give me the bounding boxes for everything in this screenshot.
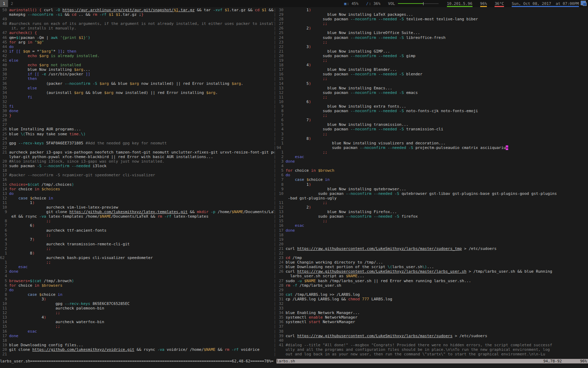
code-line: 38 — [276, 329, 588, 334]
vim-window-left[interactable]: 50aurinstall() { curl -O https://aur.arc… — [0, 8, 274, 359]
line-number: 18 — [0, 338, 9, 343]
code-line: 29} — [0, 113, 274, 118]
memory-module: ▣: 45% — [344, 0, 358, 7]
code-text: ully and all the programs and configurat… — [286, 347, 550, 352]
code-line: 25blue Downloading next portion of the s… — [276, 265, 588, 269]
code-text: curl https://raw.githubusercontent.com/L… — [286, 334, 487, 338]
code-text: ;; — [9, 233, 51, 237]
code-line: 35systemctl enable NetworkManager — [276, 315, 588, 320]
workspace-1[interactable]: 1 — [0, 0, 8, 7]
code-text: browsers=$(cat /tmp/.browch) — [9, 279, 74, 283]
line-number: 28 — [0, 118, 9, 122]
code-line: 20#Also installing i3lock, since i3-gaps… — [0, 159, 274, 164]
code-line: 3done — [0, 269, 274, 274]
code-text: } — [9, 113, 12, 118]
code-text: sudo -u $NAME bash /tmp/larbs_user.sh ||… — [286, 279, 471, 283]
code-text: git clone https://github.com/lukesmithxy… — [9, 210, 274, 214]
time-value: at 07:00PM — [556, 1, 579, 6]
vim-window-right[interactable]: 30 1)29 blue Now installing LaTeX packag… — [276, 8, 588, 359]
code-line: 5browsers=$(cat /tmp/.browch) — [0, 279, 274, 283]
code-text: echo $arg is already installed. — [9, 54, 99, 58]
code-line: 8 ;; — [0, 219, 274, 223]
code-text: for choice in $choices — [9, 187, 60, 191]
code-text: systemctl enable NetworkManager — [286, 315, 357, 320]
line-number: 22 — [276, 251, 286, 255]
line-number: 4 — [0, 274, 9, 278]
line-number: 26 — [276, 26, 286, 30]
code-line: 39curl https://raw.githubusercontent.com… — [276, 334, 588, 338]
line-number: 13 — [0, 191, 9, 196]
line-number: 94 — [276, 145, 286, 150]
line-number: 40 — [0, 63, 9, 67]
volume-level-bar — [398, 3, 423, 4]
code-text: ;; — [286, 95, 327, 100]
line-number: 22 — [0, 145, 9, 150]
code-line: 1 ;; — [276, 150, 588, 155]
code-line: 12 sudo pacman --noconfirm --needed -S e… — [276, 90, 588, 95]
line-number: 27 — [276, 21, 286, 26]
code-line: 10 6) — [276, 100, 588, 104]
code-text: #packer --noconfirm -S ncpamixer-git spe… — [9, 173, 155, 177]
line-number: 47 — [0, 30, 9, 35]
code-line: 3 aurcheck transmission-remote-cli-git — [0, 242, 274, 246]
code-text: case $choice in — [286, 177, 330, 182]
code-text: if [[ -e /usr/bin/packer ]] — [9, 72, 90, 76]
code-line: 3 ;; — [276, 132, 588, 136]
code-text: sudo pacman --noconfirm --needed -S noto… — [286, 109, 478, 113]
code-text: aurcheck vim-live-latex-preview — [9, 205, 118, 210]
code-line: 21 — [0, 352, 274, 356]
line-number: 10 — [276, 100, 286, 104]
code-line: it, or installs it manually. — [0, 26, 274, 30]
code-line: 34blue Enabling Network Manager... — [276, 311, 588, 315]
code-text: for choice in $browch — [286, 168, 334, 173]
line-number: 7 — [0, 288, 9, 292]
line-number: 34 — [0, 90, 9, 95]
code-line: 19 — [276, 237, 588, 242]
code-text: blue Now installing LibreOffice Suite... — [286, 30, 420, 35]
code-line: 11 ;; — [276, 95, 588, 100]
code-line: 18 — [0, 168, 274, 173]
line-number: 16 — [0, 329, 9, 334]
line-number: 9 — [276, 104, 286, 109]
line-number: 14 — [276, 81, 286, 86]
system-tray-icon[interactable] — [581, 1, 587, 6]
code-text: 1) — [9, 200, 35, 205]
code-line: 13 4) — [0, 315, 274, 320]
line-number: 39 — [0, 67, 9, 72]
line-number: 31 — [276, 297, 286, 301]
workspace-2[interactable]: 2 — [8, 0, 16, 7]
code-line: 23 ;; — [276, 40, 588, 45]
line-number: 12 — [0, 311, 9, 315]
code-line: 6do — [276, 173, 588, 177]
line-number: 37 — [0, 76, 9, 81]
code-text: fi — [9, 104, 14, 109]
line-number: 23 — [276, 40, 286, 45]
code-text: do — [9, 45, 14, 49]
code-line: 41#dialog --title "All done!" --msgbox "… — [276, 343, 588, 347]
battery-module: 96% — [480, 0, 487, 7]
code-text: blue Now installing GIMP... — [286, 49, 390, 54]
code-text: sudo pacman --noconfirm --needed -S fire… — [286, 214, 418, 219]
volume-slider[interactable] — [398, 0, 439, 7]
line-number: 4 — [0, 237, 9, 242]
vim-vertical-separator[interactable]: | | | | | | | | | | | | | | | | | | | | … — [274, 8, 276, 359]
code-line: 36 (packer --noconfirm -S $arg && blue $… — [0, 81, 274, 86]
line-number: 50 — [0, 8, 9, 12]
code-line: 18 — [276, 233, 588, 237]
line-number: 5 — [276, 122, 286, 127]
line-number: 48 — [0, 21, 9, 26]
line-number: 36 — [0, 81, 9, 86]
line-number: 11 — [276, 95, 286, 100]
code-line: 20 sudo pacman --noconfirm --needed -S g… — [276, 54, 588, 58]
code-text: ;; — [286, 150, 327, 155]
line-number: 14 — [0, 320, 9, 324]
code-line: 13do — [0, 191, 274, 196]
code-text: ;; — [9, 260, 51, 265]
line-number: 49 — [0, 17, 9, 21]
line-number: 62 — [0, 255, 9, 260]
code-text: else — [9, 58, 19, 63]
code-line: 26curl https://raw.githubusercontent.com… — [276, 269, 588, 274]
line-number: 12 — [0, 196, 9, 200]
code-line: 10 sudo pacman --noconfirm --needed -S q… — [276, 191, 588, 196]
code-text: curl https://raw.githubusercontent.com/L… — [286, 246, 497, 251]
